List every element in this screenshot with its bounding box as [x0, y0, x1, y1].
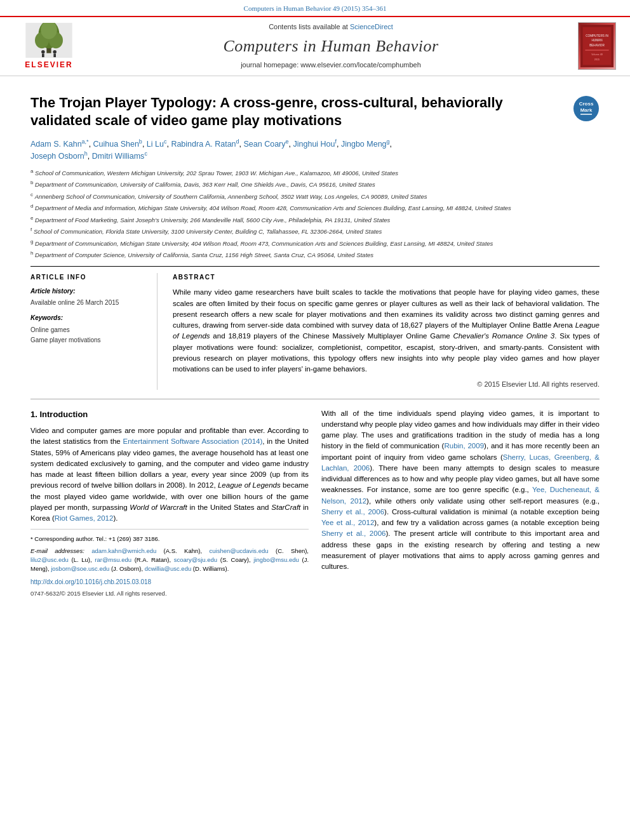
author-ratan[interactable]: Rabindra A. Ratan — [171, 140, 236, 149]
journal-logo-right: COMPUTERS IN HUMAN BEHAVIOR Volume 49 20… — [572, 22, 622, 70]
elsevier-logo: ELSEVIER — [23, 23, 74, 70]
keywords-list: Online games Game player motivations — [30, 325, 147, 345]
article-history-subhead: Article history: — [30, 287, 147, 296]
journal-thumbnail: COMPUTERS IN HUMAN BEHAVIOR Volume 49 20… — [578, 22, 616, 70]
journal-title-header: Computers in Human Behavior — [223, 35, 438, 58]
svg-rect-15 — [585, 50, 608, 51]
body-left-column: 1. Introduction Video and computer games… — [30, 408, 309, 601]
journal-homepage: journal homepage: www.elsevier.com/locat… — [241, 60, 421, 70]
intro-section-title: 1. Introduction — [30, 408, 309, 421]
keywords-subhead: Keywords: — [30, 314, 147, 323]
info-abstract-section: ARTICLE INFO Article history: Available … — [30, 266, 600, 389]
svg-text:2015: 2015 — [594, 58, 600, 61]
svg-rect-7 — [42, 53, 44, 57]
svg-text:Volume 49: Volume 49 — [591, 54, 603, 57]
svg-text:Mark: Mark — [580, 107, 593, 113]
author-osborn[interactable]: Joseph Osborn — [30, 152, 84, 161]
top-banner: Computers in Human Behavior 49 (2015) 35… — [0, 0, 630, 16]
riot-games-link[interactable]: Riot Games, 2012 — [55, 514, 114, 522]
svg-text:COMPUTERS IN: COMPUTERS IN — [586, 34, 608, 37]
author-shen[interactable]: Cuihua Shen — [93, 140, 139, 149]
email-note: E-mail addresses: adam.kahn@wmich.edu (A… — [30, 547, 309, 574]
elsevier-tree-icon — [23, 23, 74, 58]
email-meng[interactable]: jingbo@msu.edu — [253, 556, 298, 563]
crossmark-badge: Cross Mark — [573, 95, 600, 125]
svg-text:BEHAVIOR: BEHAVIOR — [589, 44, 605, 47]
author-coary[interactable]: Sean Coary — [244, 140, 286, 149]
article-title: The Trojan Player Typology: A cross-genr… — [30, 94, 600, 130]
email-kahn[interactable]: adam.kahn@wmich.edu — [91, 547, 156, 554]
science-direct-link[interactable]: ScienceDirect — [350, 23, 393, 30]
body-right-column: With all of the time individuals spend p… — [321, 408, 600, 601]
email-williams[interactable]: dcwillia@usc.edu — [145, 565, 192, 572]
affiliations-block: a School of Communication, Western Michi… — [30, 168, 600, 260]
section-divider — [30, 399, 600, 399]
sherry-link[interactable]: Sherry, Lucas, Greenberg, & Lachlan, 200… — [321, 453, 600, 472]
intro-para-1: Video and computer games are more popula… — [30, 425, 309, 524]
journal-center-info: Contents lists available at ScienceDirec… — [90, 22, 572, 70]
copyright-notice: © 2015 Elsevier Ltd. All rights reserved… — [173, 380, 600, 389]
author-kahn[interactable]: Adam S. Kahn — [30, 140, 82, 149]
svg-text:Cross: Cross — [579, 101, 594, 107]
article-available-date: Available online 26 March 2015 — [30, 298, 147, 307]
email-shen[interactable]: cuishen@ucdavis.edu — [210, 547, 269, 554]
contents-line: Contents lists available at ScienceDirec… — [269, 22, 393, 32]
page-content: Cross Mark The Trojan Player Typology: A… — [0, 76, 630, 617]
abstract-text: While many video game researchers have b… — [173, 287, 600, 375]
body-columns: 1. Introduction Video and computer games… — [30, 408, 600, 601]
doi-line: http://dx.doi.org/10.1016/j.chb.2015.03.… — [30, 577, 309, 587]
crossmark-icon: Cross Mark — [573, 95, 600, 122]
email-coary[interactable]: scoary@sju.edu — [174, 556, 217, 563]
journal-logo-left: ELSEVIER — [8, 22, 90, 70]
article-info-header: ARTICLE INFO — [30, 273, 147, 282]
authors-line: Adam S. Kahna,*, Cuihua Shenb, Li Luc, R… — [30, 138, 600, 163]
rubin-link[interactable]: Rubin, 2009 — [444, 442, 484, 450]
banner-text: Computers in Human Behavior 49 (2015) 35… — [244, 4, 387, 12]
author-lu[interactable]: Li Lu — [147, 140, 164, 149]
email-ratan[interactable]: rar@msu.edu — [95, 556, 131, 563]
abstract-header: ABSTRACT — [173, 273, 600, 282]
yee-link[interactable]: Yee, Ducheneaut, & Nelson, 2012 — [321, 486, 600, 504]
email-lu[interactable]: lilu2@usc.edu — [30, 556, 69, 563]
email-osborn[interactable]: josborn@soe.usc.edu — [51, 565, 109, 572]
svg-text:HUMAN: HUMAN — [591, 39, 602, 43]
journal-header: ELSEVIER Contents lists available at Sci… — [0, 16, 630, 76]
abstract-column: ABSTRACT While many video game researche… — [173, 273, 600, 389]
intro-para-2: With all of the time individuals spend p… — [321, 408, 600, 573]
keyword-game-motivations: Game player motivations — [30, 335, 147, 345]
sherry2-link[interactable]: Sherry et al., 2006 — [321, 508, 384, 516]
article-info-column: ARTICLE INFO Article history: Available … — [30, 273, 158, 389]
sherry3-link[interactable]: Sherry et al., 2006 — [321, 530, 385, 537]
elsevier-wordmark: ELSEVIER — [25, 60, 72, 70]
article-title-block: Cross Mark The Trojan Player Typology: A… — [30, 94, 600, 130]
yee2-link[interactable]: Yee et al., 2012 — [321, 519, 374, 526]
svg-point-8 — [53, 50, 57, 54]
author-williams[interactable]: Dmitri Williams — [92, 152, 145, 161]
issn-line: 0747-5632/© 2015 Elsevier Ltd. All right… — [30, 589, 309, 598]
svg-point-6 — [41, 50, 44, 54]
keyword-online-games: Online games — [30, 325, 147, 335]
doi-link[interactable]: http://dx.doi.org/10.1016/j.chb.2015.03.… — [30, 578, 151, 585]
footnotes-block: * Corresponding author. Tel.: +1 (269) 3… — [30, 529, 309, 598]
corresponding-author-note: * Corresponding author. Tel.: +1 (269) 3… — [30, 535, 309, 543]
author-meng[interactable]: Jingbo Meng — [341, 140, 387, 149]
esa-link[interactable]: Entertainment Software Association (2014… — [123, 437, 263, 445]
author-hou[interactable]: Jinghui Hou — [293, 140, 335, 149]
svg-rect-9 — [53, 53, 56, 57]
journal-cover-icon: COMPUTERS IN HUMAN BEHAVIOR Volume 49 20… — [579, 25, 615, 67]
